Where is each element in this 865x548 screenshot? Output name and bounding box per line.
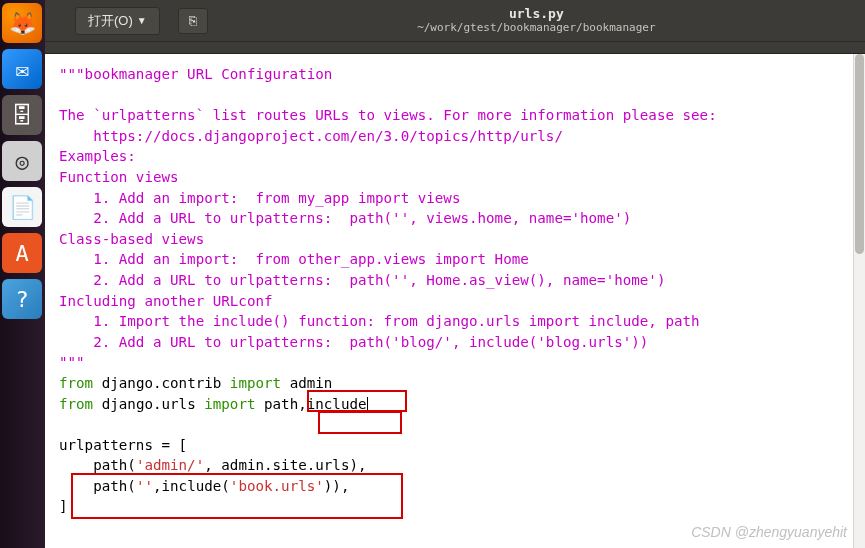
title-center: urls.py ~/work/gtest/bookmanager/bookman… [208,7,865,33]
window-titlebar: 打开(O) ▼ ⎘ urls.py ~/work/gtest/bookmanag… [45,0,865,42]
open-button-label: 打开(O) [88,12,133,30]
code-editor[interactable]: """bookmanager URL Configuration The `ur… [45,54,865,548]
chevron-down-icon: ▼ [137,15,147,26]
code-text: path, [255,396,306,412]
code-text: )), [324,478,350,494]
code-text: django.urls [93,396,204,412]
code-line: Class-based views [59,231,204,247]
help-icon[interactable]: ? [2,279,42,319]
window-filepath: ~/work/gtest/bookmanager/bookmanager [208,22,865,34]
code-line: 2. Add a URL to urlpatterns: path('', vi… [59,210,631,226]
scrollbar-thumb[interactable] [855,54,864,254]
code-line: 1. Add an import: from my_app import vie… [59,190,460,206]
code-text: ,include( [153,478,230,494]
string-literal: '' [136,478,153,494]
libreoffice-writer-icon[interactable]: 📄 [2,187,42,227]
code-line: Examples: [59,148,136,164]
code-line: 1. Import the include() function: from d… [59,313,700,329]
new-tab-button[interactable]: ⎘ [178,8,208,34]
code-text: path( [59,478,136,494]
keyword: import [204,396,255,412]
code-text: include [307,396,367,412]
code-line: 2. Add a URL to urlpatterns: path('blog/… [59,334,648,350]
new-tab-icon: ⎘ [189,13,197,28]
code-line: 2. Add a URL to urlpatterns: path('', Ho… [59,272,665,288]
code-line: Function views [59,169,179,185]
code-text: , admin.site.urls), [204,457,366,473]
window-filename: urls.py [208,7,865,21]
watermark: CSDN @zhengyuanyehit [691,524,847,540]
tab-strip [45,42,865,54]
code-line: """ [59,354,85,370]
code-line: ] [59,498,68,514]
vertical-scrollbar[interactable] [853,54,865,548]
open-button[interactable]: 打开(O) ▼ [75,7,160,35]
ubuntu-software-icon[interactable]: A [2,233,42,273]
string-literal: 'book.urls' [230,478,324,494]
firefox-icon[interactable]: 🦊 [2,3,42,43]
keyword: from [59,396,93,412]
thunderbird-icon[interactable]: ✉ [2,49,42,89]
code-line: 1. Add an import: from other_app.views i… [59,251,529,267]
code-text: admin [281,375,332,391]
text-cursor [367,397,368,411]
ubuntu-dock: 🦊 ✉ 🗄 ◎ 📄 A ? [0,0,45,548]
code-line: Including another URLconf [59,293,273,309]
rhythmbox-icon[interactable]: ◎ [2,141,42,181]
code-line: urlpatterns = [ [59,437,187,453]
string-literal: 'admin/' [136,457,204,473]
keyword: from [59,375,93,391]
code-line: The `urlpatterns` list routes URLs to vi… [59,107,717,123]
code-text: path( [59,457,136,473]
code-text: django.contrib [93,375,230,391]
keyword: import [230,375,281,391]
code-line: https://docs.djangoproject.com/en/3.0/to… [59,128,563,144]
code-line: """bookmanager URL Configuration [59,66,332,82]
files-icon[interactable]: 🗄 [2,95,42,135]
